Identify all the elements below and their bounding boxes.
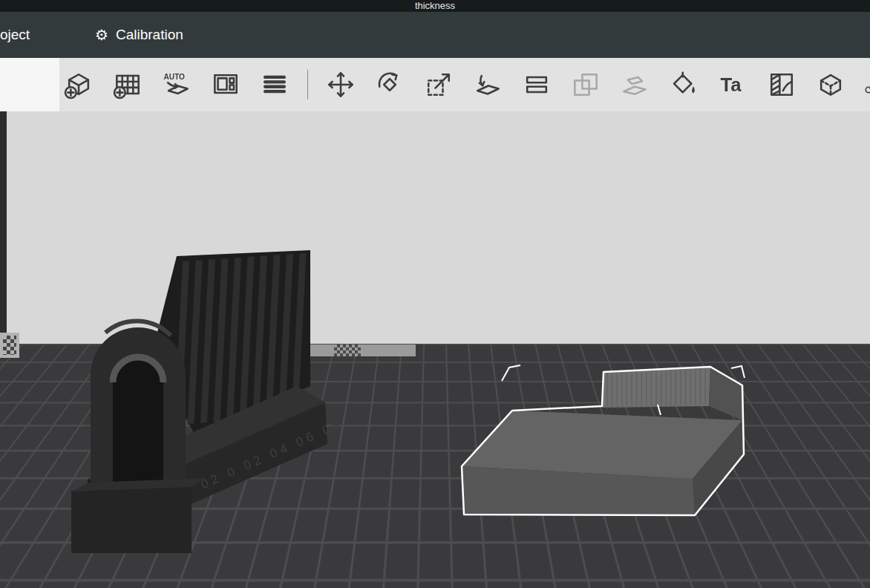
plate-marker-strip [297,344,416,356]
tab-project[interactable]: oject [0,27,36,43]
plate-marker-left [0,333,19,358]
plate-grid [0,344,870,588]
tab-calibration[interactable]: ⚙ Calibration [95,27,183,43]
svg-text:Ta: Ta [721,74,742,95]
cut-tool-button[interactable] [520,68,553,101]
add-plate-button[interactable] [111,68,144,101]
left-corner-panel [0,58,59,111]
gear-icon: ⚙ [95,27,108,42]
svg-text:AUTO: AUTO [164,73,186,81]
toolbar-separator [307,70,308,99]
plate-perspective [0,344,870,588]
measure-tool-button[interactable] [863,68,870,101]
variable-layer-height-button[interactable] [765,68,798,101]
layers-list-button[interactable] [258,68,291,101]
add-object-button[interactable] [62,68,95,101]
titlebar: thickness [0,0,870,12]
color-painting-button[interactable] [667,68,700,101]
place-on-face-button[interactable] [471,68,504,101]
move-tool-button[interactable] [324,68,357,101]
calibration-label: Calibration [116,27,183,43]
hidden-edge-cube-button[interactable] [814,68,847,101]
text-shape-button[interactable]: Ta [716,68,749,101]
rotate-tool-button[interactable] [373,68,406,101]
plate-tag-icon [334,344,361,356]
arrange-button[interactable] [209,68,242,101]
seam-painting-button [618,68,651,101]
window-title: thickness [415,0,455,11]
scale-tool-button[interactable] [422,68,455,101]
viewport-3d[interactable]: 08 06 04 02 0 02 04 06 08 [0,58,870,588]
top-navbar: oject ⚙ Calibration [0,12,870,58]
auto-orient-button[interactable]: AUTO [160,68,193,101]
main-toolbar: AUTO [62,62,870,108]
app-window: thickness oject ⚙ Calibration [0,0,870,588]
mesh-boolean-button [569,68,602,101]
